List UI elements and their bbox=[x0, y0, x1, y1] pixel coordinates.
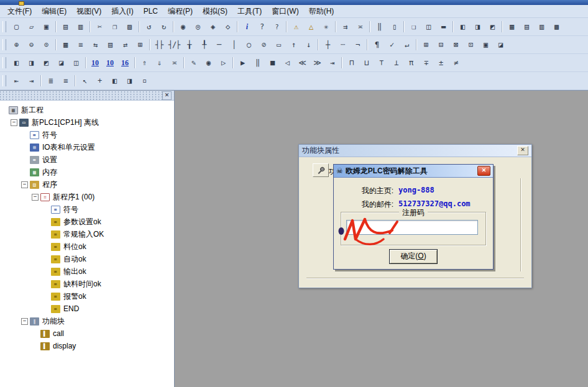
address-reference-icon[interactable]: ⇆ bbox=[88, 37, 103, 52]
st-editor-icon[interactable]: ◪ bbox=[493, 37, 508, 52]
panel-close-icon[interactable]: ✕ bbox=[162, 91, 172, 100]
select-cursor-icon[interactable]: ↖ bbox=[77, 73, 92, 88]
print-icon[interactable]: ▤ bbox=[58, 19, 73, 34]
registration-code-input[interactable] bbox=[346, 220, 478, 235]
password-dialog-title-bar[interactable]: ☠ 欧姆龙PLC密码解除工具 ✕ bbox=[334, 165, 493, 178]
symbol-grid-icon[interactable]: ▤ bbox=[519, 19, 534, 34]
fb-online-icon[interactable]: ⊡ bbox=[463, 37, 478, 52]
rising-edge-icon[interactable]: ↑ bbox=[286, 37, 301, 52]
tree-item[interactable]: ≡缺料时间ok bbox=[0, 278, 174, 290]
zoom-in-icon[interactable]: ⊕ bbox=[9, 37, 24, 52]
step-rewind-icon[interactable]: ≪ bbox=[295, 55, 310, 70]
fb-instance-icon[interactable]: ⊟ bbox=[433, 37, 448, 52]
help-icon[interactable]: ? bbox=[254, 19, 269, 34]
window-symbol-icon[interactable]: ◩ bbox=[39, 55, 53, 70]
find-icon[interactable]: ◉ bbox=[175, 19, 190, 34]
info-icon[interactable]: i bbox=[239, 19, 254, 34]
toolbar-grip[interactable] bbox=[2, 39, 6, 50]
stop-icon[interactable]: ■ bbox=[265, 55, 280, 70]
invert-icon[interactable]: ¬ bbox=[350, 37, 365, 52]
rung-grid-icon[interactable]: ▥ bbox=[534, 19, 549, 34]
search-project-icon[interactable]: ◇ bbox=[220, 19, 235, 34]
vertical-line-icon[interactable]: │ bbox=[226, 37, 241, 52]
download-to-plc-icon[interactable]: ⇓ bbox=[152, 55, 167, 70]
tree-item[interactable]: ▌call bbox=[0, 327, 174, 340]
tree-item[interactable]: ⊞IO表和单元设置 bbox=[0, 141, 174, 153]
run-icon[interactable]: ▶ bbox=[235, 55, 250, 70]
io-table-icon[interactable]: ⊞ bbox=[132, 37, 147, 52]
local-symbols-icon[interactable]: ▤ bbox=[103, 37, 117, 52]
sfc-merge-icon[interactable]: ± bbox=[433, 55, 448, 70]
output-window-icon[interactable]: ◨ bbox=[470, 19, 485, 34]
tree-item[interactable]: ≡END bbox=[0, 303, 174, 315]
tree-item[interactable]: −∷新程序1 (00) bbox=[0, 191, 174, 203]
grid-toggle-icon[interactable]: ▦ bbox=[58, 37, 73, 52]
io-comment-grid-icon[interactable]: ▦ bbox=[504, 19, 519, 34]
line-join-icon[interactable]: ┼ bbox=[320, 37, 335, 52]
fb-library-icon[interactable]: ▣ bbox=[478, 37, 493, 52]
tree-item[interactable]: ≡设置 bbox=[0, 153, 174, 166]
sfc-top-icon[interactable]: ⊤ bbox=[374, 55, 388, 70]
step-forward-icon[interactable]: ≫ bbox=[310, 55, 324, 70]
cascade-windows-icon[interactable]: ❏ bbox=[406, 19, 421, 34]
menu-item-3[interactable]: 插入(I) bbox=[106, 5, 138, 18]
panel-header-grip[interactable]: ✕ bbox=[0, 91, 174, 101]
expand-collapse-icon[interactable]: − bbox=[11, 119, 17, 126]
line-delete-icon[interactable]: ┄ bbox=[335, 37, 350, 52]
split-right-icon[interactable]: ◨ bbox=[122, 73, 137, 88]
rung-wrap-icon[interactable]: ↵ bbox=[399, 37, 414, 52]
toolbar-grip[interactable] bbox=[2, 57, 6, 68]
context-help-icon[interactable]: ? bbox=[269, 19, 284, 34]
menu-item-5[interactable]: 编程(P) bbox=[163, 5, 198, 18]
tree-item[interactable]: ▦内存 bbox=[0, 166, 174, 178]
monitor-toggle-icon[interactable]: ▯ bbox=[387, 19, 402, 34]
falling-edge-icon[interactable]: ↓ bbox=[301, 37, 316, 52]
fb-definition-icon[interactable]: ⊞ bbox=[418, 37, 433, 52]
coil-icon[interactable]: ○ bbox=[241, 37, 256, 52]
transfer-icon[interactable]: ⇉ bbox=[338, 19, 352, 34]
instruction-box-icon[interactable]: ▭ bbox=[271, 37, 286, 52]
tree-item[interactable]: ≡自动ok bbox=[0, 253, 174, 265]
menu-item-7[interactable]: 工具(T) bbox=[232, 5, 267, 18]
indent-icon[interactable]: ⇥ bbox=[24, 73, 39, 88]
sfc-bottom-icon[interactable]: ⊥ bbox=[388, 55, 403, 70]
tree-item[interactable]: ▌display bbox=[0, 340, 174, 352]
signed-decimal-monitor-button[interactable]: 10 bbox=[103, 55, 117, 70]
compile-icon[interactable]: ⚠ bbox=[288, 19, 303, 34]
symbol-table-icon[interactable]: ≡ bbox=[73, 37, 88, 52]
tree-item[interactable]: ≡报警ok bbox=[0, 290, 174, 303]
ok-button[interactable]: 确定(O) bbox=[389, 249, 438, 264]
menu-item-8[interactable]: 窗口(W) bbox=[267, 5, 303, 18]
split-left-icon[interactable]: ◧ bbox=[107, 73, 122, 88]
tree-item[interactable]: ≡符号 bbox=[0, 129, 174, 141]
find-next-icon[interactable]: ◎ bbox=[190, 19, 205, 34]
rung-comment-icon[interactable]: ¶ bbox=[369, 37, 384, 52]
step-end-icon[interactable]: ⇥ bbox=[324, 55, 339, 70]
list-view-icon[interactable]: ≣ bbox=[43, 73, 58, 88]
detail-view-icon[interactable]: ≡ bbox=[58, 73, 73, 88]
tree-item[interactable]: −▤程序 bbox=[0, 178, 174, 191]
compile-all-icon[interactable]: △ bbox=[303, 19, 318, 34]
expand-collapse-icon[interactable]: − bbox=[21, 318, 28, 325]
monitor-mode-icon[interactable]: ◉ bbox=[201, 55, 216, 70]
zoom-reset-icon[interactable]: ⊙ bbox=[39, 37, 53, 52]
tree-item[interactable]: ▦新工程 bbox=[0, 104, 174, 116]
window-diagram-icon[interactable]: ◧ bbox=[9, 55, 24, 70]
undo-icon[interactable]: ↺ bbox=[141, 19, 156, 34]
watch-window-icon[interactable]: ◩ bbox=[485, 19, 500, 34]
tree-item[interactable]: ≡参数设置ok bbox=[0, 216, 174, 228]
pause-icon[interactable]: ‖ bbox=[250, 55, 265, 70]
password-dialog-close-icon[interactable]: ✕ bbox=[477, 166, 490, 176]
tree-item[interactable]: ≡输出ok bbox=[0, 265, 174, 278]
program-verify-icon[interactable]: ✓ bbox=[384, 37, 399, 52]
window-io-icon[interactable]: ◪ bbox=[53, 55, 68, 70]
replace-icon[interactable]: ◈ bbox=[205, 19, 220, 34]
program-mode-icon[interactable]: ✎ bbox=[186, 55, 201, 70]
project-workspace-icon[interactable]: ◧ bbox=[455, 19, 470, 34]
tree-item[interactable]: ≡符号 bbox=[0, 203, 174, 216]
menu-item-9[interactable]: 帮助(H) bbox=[304, 5, 339, 18]
coil-nc-icon[interactable]: ⊘ bbox=[256, 37, 271, 52]
tree-item[interactable]: ≡常规输入OK bbox=[0, 228, 174, 240]
redo-icon[interactable]: ↻ bbox=[156, 19, 171, 34]
fb-call-icon[interactable]: ⊠ bbox=[448, 37, 463, 52]
